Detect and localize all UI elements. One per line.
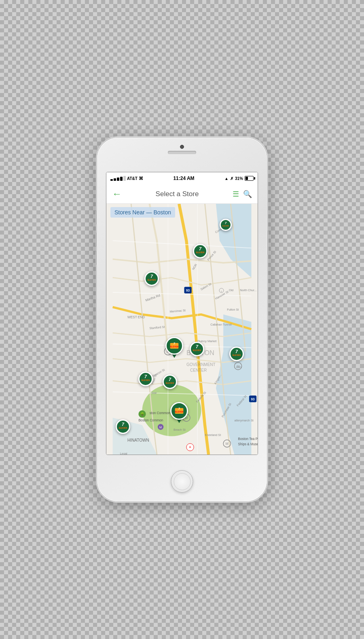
svg-text:7: 7 bbox=[199, 247, 202, 252]
store-marker-9[interactable]: 7 ELEVEN bbox=[170, 402, 188, 423]
stores-near-label: Stores Near — Boston bbox=[110, 207, 175, 218]
marker-circle: 7 ELEVEN bbox=[229, 347, 244, 361]
navigation-bar: ← Select a Store ☰ 🔍 bbox=[106, 184, 258, 204]
store-marker-2[interactable]: 7 ELEVEN bbox=[193, 244, 207, 258]
signal-bars bbox=[110, 176, 126, 181]
svg-text:M: M bbox=[237, 365, 239, 368]
svg-text:93: 93 bbox=[186, 289, 190, 292]
svg-text:CENTER: CENTER bbox=[190, 368, 207, 372]
store-marker-8[interactable]: 7 ELEVEN bbox=[163, 375, 177, 389]
phone-frame: AT&T ⌘ 11:24 AM ▲ ✗ 31% ← bbox=[85, 121, 279, 518]
svg-text:ELEVEN: ELEVEN bbox=[170, 345, 179, 348]
svg-text:ELEVEN: ELEVEN bbox=[175, 410, 183, 413]
wifi-icon: ⌘ bbox=[139, 176, 143, 181]
svg-text:93: 93 bbox=[251, 398, 255, 401]
map-container[interactable]: 93 93 Martha Rd WEST END Merrimac St Sta… bbox=[106, 204, 258, 455]
svg-text:Old: Old bbox=[229, 288, 233, 292]
battery-indicator bbox=[245, 176, 254, 181]
svg-text:Callahan Tunnel: Callahan Tunnel bbox=[210, 323, 232, 326]
svg-text:Star: Star bbox=[151, 391, 157, 395]
map-background: 93 93 Martha Rd WEST END Merrimac St Sta… bbox=[106, 204, 258, 455]
location-icon: ▲ bbox=[224, 176, 229, 181]
home-button-ring bbox=[174, 473, 190, 490]
store-marker-3[interactable]: 7 ELEVEN bbox=[144, 271, 159, 286]
svg-text:ELEVEN: ELEVEN bbox=[166, 382, 174, 384]
svg-text:ELEVEN: ELEVEN bbox=[196, 251, 204, 254]
marker-circle: 7 ELEVEN bbox=[144, 271, 159, 286]
svg-text:Boston Common: Boston Common bbox=[138, 419, 163, 422]
earpiece-speaker bbox=[168, 151, 196, 154]
home-button[interactable] bbox=[171, 470, 193, 493]
nav-action-icons: ☰ 🔍 bbox=[233, 190, 252, 199]
store-marker-4[interactable]: 7 ELEVEN bbox=[165, 337, 183, 358]
store-marker-5[interactable]: 7 ELEVEN bbox=[190, 342, 204, 356]
svg-text:GOVERNMENT: GOVERNMENT bbox=[186, 362, 216, 367]
store-marker-1[interactable]: 7 ELEVEN bbox=[220, 219, 232, 231]
battery-percent: 31% bbox=[235, 176, 243, 181]
svg-text:ELEVEN: ELEVEN bbox=[193, 349, 201, 351]
svg-text:Fulton St: Fulton St bbox=[227, 308, 239, 311]
svg-text:7: 7 bbox=[150, 274, 153, 279]
status-right: ▲ ✗ 31% bbox=[224, 176, 254, 181]
marker-circle: 7 ELEVEN bbox=[220, 219, 232, 231]
marker-circle: 7 ELEVEN bbox=[190, 342, 204, 356]
marker-circle: 7 ELEVEN bbox=[193, 244, 207, 258]
svg-text:ston Common: ston Common bbox=[150, 411, 170, 415]
phone-top-area bbox=[168, 145, 196, 154]
svg-text:7: 7 bbox=[196, 344, 199, 349]
bluetooth-icon: ✗ bbox=[230, 176, 233, 181]
svg-text:7: 7 bbox=[225, 222, 227, 225]
svg-text:Legal: Legal bbox=[120, 452, 127, 455]
carrier-label: AT&T bbox=[127, 176, 138, 181]
svg-text:Beach St: Beach St bbox=[174, 428, 186, 432]
marker-circle: 7 ELEVEN bbox=[138, 372, 153, 386]
svg-text:atterymarch St: atterymarch St bbox=[234, 419, 253, 422]
svg-text:7: 7 bbox=[235, 349, 238, 354]
status-left: AT&T ⌘ bbox=[110, 176, 143, 181]
svg-text:HINATOWN: HINATOWN bbox=[127, 438, 149, 442]
list-view-icon[interactable]: ☰ bbox=[233, 190, 239, 198]
svg-text:M: M bbox=[159, 425, 162, 429]
search-icon[interactable]: 🔍 bbox=[243, 190, 252, 199]
phone-body: AT&T ⌘ 11:24 AM ▲ ✗ 31% ← bbox=[97, 138, 267, 501]
svg-text:Boston Tea Pa...: Boston Tea Pa... bbox=[238, 437, 258, 441]
svg-text:ELEVEN: ELEVEN bbox=[222, 225, 229, 227]
svg-text:7: 7 bbox=[144, 375, 147, 379]
phone-screen: AT&T ⌘ 11:24 AM ▲ ✗ 31% ← bbox=[106, 172, 258, 455]
svg-text:🌳: 🌳 bbox=[140, 412, 145, 417]
status-bar: AT&T ⌘ 11:24 AM ▲ ✗ 31% bbox=[106, 172, 258, 184]
svg-text:WEST END: WEST END bbox=[127, 315, 145, 319]
svg-text:o: o bbox=[221, 290, 222, 292]
marker-circle: 7 ELEVEN bbox=[116, 419, 130, 434]
back-button[interactable]: ← bbox=[112, 188, 122, 199]
clock-display: 11:24 AM bbox=[173, 176, 194, 181]
svg-text:M: M bbox=[226, 442, 229, 446]
svg-text:Ships & Muse...: Ships & Muse... bbox=[238, 442, 258, 446]
marker-circle: 7 ELEVEN bbox=[163, 375, 177, 389]
page-title: Select a Store bbox=[156, 190, 199, 198]
svg-text:7: 7 bbox=[122, 422, 125, 427]
svg-text:ELEVEN: ELEVEN bbox=[142, 379, 150, 381]
svg-text:ELEVEN: ELEVEN bbox=[119, 427, 127, 429]
marker-circle: 7 ELEVEN bbox=[170, 402, 188, 420]
svg-text:Kneeland St: Kneeland St bbox=[205, 433, 221, 437]
svg-text:+: + bbox=[189, 444, 191, 449]
front-camera bbox=[180, 145, 184, 149]
store-marker-10[interactable]: 7 ELEVEN bbox=[116, 419, 130, 434]
svg-text:ELEVEN: ELEVEN bbox=[148, 279, 156, 281]
battery-fill bbox=[245, 177, 248, 180]
svg-text:North Chur...: North Chur... bbox=[240, 288, 256, 292]
svg-text:ELEVEN: ELEVEN bbox=[233, 354, 241, 356]
svg-text:7: 7 bbox=[169, 377, 171, 382]
store-marker-7[interactable]: 7 ELEVEN bbox=[138, 372, 153, 386]
marker-circle: 7 ELEVEN bbox=[165, 337, 183, 355]
store-marker-6[interactable]: 7 ELEVEN bbox=[229, 347, 244, 361]
